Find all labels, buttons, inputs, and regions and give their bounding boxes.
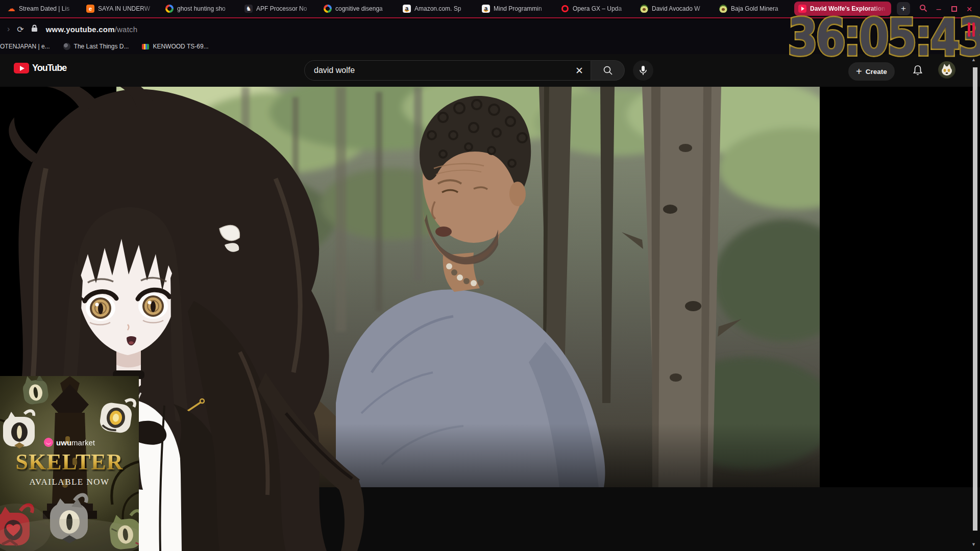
tab-opera-gx[interactable]: Opera GX – Upda	[557, 2, 634, 16]
back-icon[interactable]: ›	[7, 24, 10, 34]
soundcloud-icon	[7, 5, 15, 13]
search-icon	[603, 65, 613, 76]
tab-baja-gold[interactable]: Baja Gold Minera	[715, 2, 793, 16]
screen: Stream Dated | Lis e SAYA IN UNDERW ghos…	[0, 0, 980, 551]
tab-stream-dated[interactable]: Stream Dated | Lis	[3, 2, 81, 16]
avocado-icon	[719, 5, 727, 13]
tab-cognitive[interactable]: cognitive disenga	[320, 2, 397, 16]
reload-icon[interactable]: ⟳	[17, 24, 23, 34]
youtube-play-icon	[14, 63, 29, 73]
ad-title: SKELTER	[0, 449, 139, 475]
tab-ghost-hunting[interactable]: ghost hunting sho	[161, 2, 239, 16]
mic-icon	[639, 65, 648, 76]
kenwood-icon	[142, 44, 149, 49]
globe-icon	[63, 43, 70, 50]
amazon-icon: a	[403, 5, 411, 13]
opera-gx-icon	[561, 5, 569, 12]
scrollbar-up-arrow[interactable]: ▲	[971, 57, 976, 62]
skelter-ad[interactable]: uwumarket SKELTER AVAILABLE NOW	[0, 376, 139, 551]
tab-amazon[interactable]: a Amazon.com. Sp	[399, 2, 476, 16]
bookmark-kenwood[interactable]: KENWOOD TS-69...	[142, 43, 208, 50]
avocado-icon	[640, 5, 648, 13]
url-field[interactable]: www.youtube.com/watch	[46, 25, 138, 34]
lock-icon	[31, 24, 38, 34]
google-icon	[165, 5, 174, 13]
uwumarket-logo: uwumarket	[0, 438, 139, 447]
search-input[interactable]: david wolfe ✕	[304, 60, 591, 81]
site-icon: e	[86, 5, 94, 13]
search-button[interactable]	[591, 60, 625, 81]
tab-mind-programming[interactable]: a Mind Programmin	[478, 2, 555, 16]
stream-timer: 36:05:43	[788, 13, 970, 62]
google-icon	[324, 5, 332, 13]
bookmark-otenjapan[interactable]: OTENJAPAN | e...	[0, 43, 50, 50]
ad-subtitle: AVAILABLE NOW	[0, 477, 139, 487]
bookmark-last-things[interactable]: The Last Things D...	[63, 43, 129, 50]
tab-david-avocado[interactable]: David Avocado W	[636, 2, 714, 16]
scrollbar-thumb[interactable]	[973, 67, 977, 531]
site-icon: ♞	[244, 5, 253, 13]
video-frame[interactable]	[116, 87, 820, 487]
watch-page-below: 267 Share Download	[0, 487, 980, 551]
youtube-logo[interactable]: YouTube	[14, 63, 66, 73]
video-player[interactable]: CC ⚙	[0, 87, 980, 487]
timer-pause-icon	[968, 22, 975, 37]
scrollbar-down-arrow[interactable]: ▼	[971, 542, 976, 547]
clear-search-icon[interactable]: ✕	[575, 65, 583, 77]
amazon-icon: a	[482, 5, 490, 13]
voice-search-button[interactable]	[633, 60, 653, 81]
tab-apf-processor[interactable]: ♞ APF Processor No	[240, 2, 318, 16]
tab-saya[interactable]: e SAYA IN UNDERW	[82, 2, 160, 16]
uwumarket-icon	[44, 438, 53, 447]
